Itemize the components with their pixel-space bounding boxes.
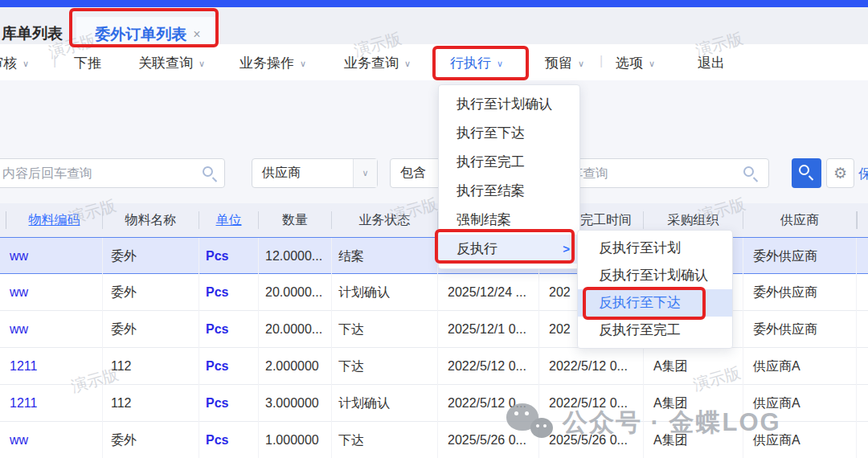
header-material-code[interactable]: 物料编码 [6, 211, 103, 229]
outsourcing-order-list-screen: 库单列表 委外订单列表 × 审核∨ | 下推 关联查询∨ 业务操作∨ 业务查询∨… [0, 0, 868, 458]
toolbar-item-business-query[interactable]: 业务查询∨ [344, 54, 411, 72]
toolbar-item-related-query[interactable]: 关联查询∨ [138, 54, 205, 72]
header-business-status[interactable]: 业务状态 [332, 211, 438, 229]
cell-quantity: 20.0000... [259, 274, 332, 311]
cell-finish-time: 2025/5/26 0... [539, 422, 644, 458]
tab-stock-list[interactable]: 库单列表 [2, 23, 63, 44]
menu-item-execute-to-plan-confirm[interactable]: 执行至计划确认 [439, 90, 579, 119]
table-row[interactable]: ww 委外 Pcs 1.000000 下达 2025/5/26 0... 202… [0, 422, 868, 458]
cell-start-time: 2022/5/12 0... [438, 385, 539, 422]
table-row[interactable]: ww 委外 Pcs 12.0000... 结案 委外供应商 [0, 237, 868, 274]
submenu-item-reverse-to-plan[interactable]: 反执行至计划 [578, 235, 732, 262]
cell-material-code[interactable]: ww [6, 274, 103, 311]
table-row[interactable]: 1211 112 Pcs 3.000000 计划确认 2022/5/12 0..… [0, 385, 868, 422]
menu-item-execute-to-finish[interactable]: 执行至完工 [439, 148, 579, 177]
submenu-arrow-icon: > [563, 235, 570, 264]
toolbar-divider: | [600, 54, 603, 68]
chevron-down-icon: ∨ [649, 59, 655, 68]
gear-icon: ⚙ [833, 164, 847, 182]
cell-unit[interactable]: Pcs [199, 385, 259, 422]
cell-status: 计划确认 [332, 274, 438, 311]
header-material-name[interactable]: 物料名称 [103, 211, 199, 229]
submenu-item-reverse-to-release[interactable]: 反执行至下达 [578, 289, 732, 317]
submenu-item-reverse-to-finish[interactable]: 反执行至完工 [578, 317, 732, 344]
toolbar-item-reserve[interactable]: 预留∨ [545, 54, 584, 72]
toolbar-item-business-operation[interactable]: 业务操作∨ [240, 54, 306, 72]
filter-field-value: 供应商 [252, 165, 353, 182]
search-input[interactable] [0, 158, 225, 188]
cell-quantity: 20.0000... [259, 311, 332, 348]
cell-quantity: 12.0000... [259, 238, 332, 275]
cell-purchase-org: A集团 [644, 385, 743, 422]
cell-start-time: 2022/5/12 0... [438, 348, 539, 385]
save-scheme-link[interactable]: 保 [858, 165, 868, 183]
cell-material-name: 委外 [103, 274, 199, 311]
toolbar-item-exit[interactable]: 退出 [698, 54, 725, 72]
cell-quantity: 3.000000 [259, 385, 332, 422]
toolbar-item-audit[interactable]: 审核∨ [0, 54, 29, 72]
cell-start-time: 2025/12/1 0... [438, 311, 539, 348]
cell-material-code[interactable]: ww [6, 311, 103, 348]
menu-item-reverse-execute[interactable]: 反执行 > [439, 235, 579, 264]
cell-quantity: 1.000000 [259, 422, 332, 458]
filter-field-select[interactable]: 供应商 ∨ [252, 158, 378, 188]
cell-status: 结案 [332, 238, 438, 275]
cell-material-name: 112 [103, 348, 199, 385]
chevron-down-icon: ∨ [497, 59, 503, 68]
cell-supplier: 委外供应商 [743, 274, 857, 311]
cell-material-code[interactable]: ww [6, 422, 103, 458]
order-table: 物料编码 物料名称 单位 数量 业务状态 完工时间 采购组织 供应商 ww 委外… [0, 203, 868, 458]
cell-start-time: 2025/12/24 ... [438, 274, 539, 311]
menu-item-execute-to-close[interactable]: 执行至结案 [439, 177, 579, 206]
submenu-item-reverse-to-plan-confirm[interactable]: 反执行至计划确认 [578, 262, 732, 289]
chevron-down-icon: ∨ [23, 59, 29, 68]
cell-quantity: 2.000000 [259, 348, 332, 385]
tab-label: 委外订单列表 [95, 24, 186, 45]
cell-purchase-org: A集团 [644, 348, 743, 385]
cell-unit[interactable]: Pcs [199, 422, 259, 458]
search-button[interactable] [792, 158, 821, 188]
header-supplier[interactable]: 供应商 [743, 211, 857, 229]
menu-item-execute-to-release[interactable]: 执行至下达 [439, 119, 579, 148]
table-row[interactable]: ww 委外 Pcs 20.0000... 计划确认 2025/12/24 ...… [0, 274, 868, 311]
cell-material-code[interactable]: 1211 [6, 385, 103, 422]
cell-unit[interactable]: Pcs [199, 274, 259, 311]
cell-finish-time: 2022/5/12 0... [539, 348, 644, 385]
search-icon [743, 166, 754, 177]
header-unit[interactable]: 单位 [199, 211, 259, 229]
cell-unit[interactable]: Pcs [199, 238, 259, 275]
cell-status: 计划确认 [332, 385, 438, 422]
chevron-down-icon: ∨ [578, 59, 584, 68]
menu-item-force-close[interactable]: 强制结案 [439, 206, 579, 235]
table-row[interactable]: 1211 112 Pcs 2.000000 下达 2022/5/12 0... … [0, 348, 868, 385]
toolbar-item-line-execute[interactable]: 行执行∨ [450, 54, 503, 72]
toolbar: 审核∨ | 下推 关联查询∨ 业务操作∨ 业务查询∨ 行执行∨ 预留∨ | 选项… [0, 44, 868, 80]
toolbar-item-push-down[interactable]: 下推 [74, 54, 101, 72]
cell-unit[interactable]: Pcs [199, 311, 259, 348]
filter-settings-button[interactable]: ⚙ [826, 158, 854, 188]
chevron-down-icon: ∨ [300, 59, 306, 68]
cell-material-name: 112 [103, 385, 199, 422]
tab-close-icon[interactable]: × [193, 27, 200, 42]
cell-material-code[interactable]: 1211 [6, 348, 103, 385]
reverse-execute-submenu: 反执行至计划 反执行至计划确认 反执行至下达 反执行至完工 [577, 230, 733, 349]
cell-supplier: 供应商A [743, 422, 857, 458]
cell-material-name: 委外 [103, 238, 199, 275]
header-quantity[interactable]: 数量 [259, 211, 332, 229]
cell-supplier: 供应商A [743, 385, 857, 422]
top-title-bar [0, 0, 868, 7]
cell-unit[interactable]: Pcs [199, 348, 259, 385]
header-purchase-org[interactable]: 采购组织 [644, 211, 743, 229]
search-icon [203, 166, 213, 177]
cell-status: 下达 [332, 348, 438, 385]
cell-supplier: 供应商A [743, 348, 857, 385]
cell-start-time: 2025/5/26 0... [438, 422, 539, 458]
search-icon [799, 165, 809, 175]
chevron-down-icon: ∨ [199, 59, 205, 68]
cell-status: 下达 [332, 422, 438, 458]
toolbar-item-options[interactable]: 选项∨ [616, 54, 655, 72]
cell-purchase-org: A集团 [644, 422, 743, 458]
cell-material-code[interactable]: ww [6, 238, 103, 275]
table-row[interactable]: ww 委外 Pcs 20.0000... 下达 2025/12/1 0... 2… [0, 311, 868, 348]
table-header-row: 物料编码 物料名称 单位 数量 业务状态 完工时间 采购组织 供应商 [0, 203, 868, 237]
